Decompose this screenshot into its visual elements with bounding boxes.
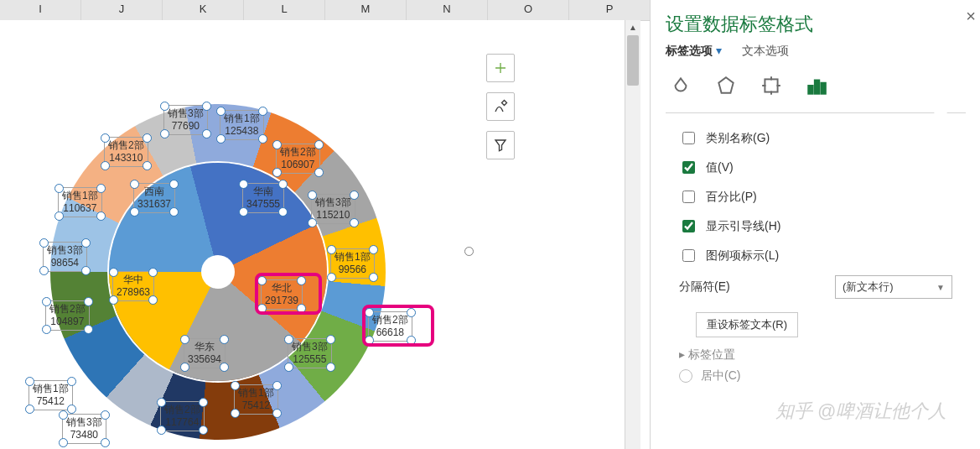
col-I[interactable]: I [0, 0, 81, 20]
label-outer-14[interactable]: 销售3部98654 [44, 243, 86, 271]
size-icon[interactable] [756, 70, 786, 101]
label-outer-8[interactable]: 销售3部125555 [288, 339, 331, 368]
chart-toolbar [486, 54, 516, 170]
close-icon[interactable]: × [966, 7, 976, 26]
col-O[interactable]: O [488, 0, 569, 20]
pos-center[interactable]: 居中(C) [679, 363, 952, 389]
scroll-thumb[interactable] [627, 35, 639, 86]
checkbox-category[interactable] [682, 132, 695, 144]
separator-row: 分隔符(E) (新文本行)▼ [679, 270, 952, 304]
panel-title: 设置数据标签格式 [651, 0, 980, 44]
svg-rect-2 [808, 86, 812, 94]
panel-tabs: 标签选项▾ 文本选项 [651, 44, 980, 65]
label-outer-5[interactable]: 销售3部115210 [312, 195, 355, 223]
separator-dropdown[interactable]: (新文本行)▼ [835, 275, 952, 299]
label-outer-12[interactable]: 销售1部75412 [29, 381, 72, 410]
chevron-down-icon: ▼ [936, 283, 945, 292]
label-hua-dong[interactable]: 华东335694 [184, 339, 225, 368]
opt-category[interactable]: 类别名称(G) [679, 123, 952, 153]
label-outer-6[interactable]: 销售1部99566 [331, 249, 374, 278]
col-M[interactable]: M [325, 0, 407, 20]
radio-center[interactable] [679, 369, 692, 383]
label-outer-3[interactable]: 销售1部125438 [220, 111, 263, 139]
label-outer-7[interactable]: 销售2部66618 [369, 312, 412, 341]
svg-rect-3 [815, 81, 819, 94]
label-outer-9[interactable]: 销售1部75412 [235, 385, 277, 414]
checkbox-percent[interactable] [682, 191, 695, 203]
tab-text-options[interactable]: 文本选项 [742, 44, 789, 59]
label-outer-2[interactable]: 销售3部77690 [164, 106, 207, 134]
chart-options-icon[interactable] [801, 70, 832, 101]
format-data-labels-panel: × 设置数据标签格式 标签选项▾ 文本选项 类别名称(G) 值(V) 百分比(P… [650, 0, 980, 449]
label-outer-10[interactable]: 销售2部117764 [161, 402, 204, 431]
label-hua-nan[interactable]: 华南347555 [243, 184, 283, 212]
reset-label-text-button[interactable]: 重设标签文本(R) [696, 312, 798, 337]
tab-label-options[interactable]: 标签选项 [666, 44, 713, 57]
label-outer-1[interactable]: 销售2部143310 [105, 138, 148, 166]
opt-percent[interactable]: 百分比(P) [679, 182, 952, 211]
scroll-up-icon[interactable]: ▲ [625, 20, 640, 35]
checkbox-leader[interactable] [682, 220, 695, 232]
col-N[interactable]: N [407, 0, 488, 20]
col-K[interactable]: K [163, 0, 244, 20]
label-position-header: ▸ 标签位置 [679, 337, 952, 363]
svg-rect-1 [765, 79, 777, 91]
checkbox-value[interactable] [682, 161, 695, 174]
label-hua-bei[interactable]: 华北291739 [262, 280, 302, 309]
label-outer-13[interactable]: 销售2部104897 [46, 301, 89, 330]
chart-handle-right[interactable] [464, 247, 474, 256]
pie-hub [201, 255, 235, 289]
label-outer-4[interactable]: 销售2部106907 [277, 144, 319, 173]
opt-leader[interactable]: 显示引导线(H) [679, 211, 952, 241]
label-options-group: 类别名称(G) 值(V) 百分比(P) 显示引导线(H) 图例项标示(L) 分隔… [651, 113, 980, 399]
worksheet-area[interactable]: 西南331637 华南347555 华北291739 华东335694 华中27… [0, 20, 625, 449]
chart-filter-button[interactable] [486, 131, 515, 159]
chart-add-element-button[interactable] [486, 54, 515, 82]
chart-object[interactable]: 西南331637 华南347555 华北291739 华东335694 华中27… [0, 54, 469, 440]
col-J[interactable]: J [81, 0, 163, 20]
chart-style-button[interactable] [486, 92, 515, 121]
effects-icon[interactable] [711, 70, 741, 101]
label-outer-0[interactable]: 销售1部110637 [59, 188, 101, 217]
opt-legend[interactable]: 图例项标示(L) [679, 241, 952, 270]
col-L[interactable]: L [244, 0, 325, 20]
separator-label: 分隔符(E) [679, 279, 730, 295]
panel-icon-row [651, 65, 980, 101]
checkbox-legend[interactable] [682, 249, 695, 262]
label-hua-zhong[interactable]: 华中278963 [113, 272, 153, 300]
column-headers: I J K L M N O P [0, 0, 650, 21]
chevron-down-icon[interactable]: ▾ [716, 44, 722, 57]
svg-marker-0 [718, 77, 733, 92]
fill-icon[interactable] [666, 70, 696, 101]
label-outer-11[interactable]: 销售3部73480 [63, 415, 106, 443]
label-xi-nan[interactable]: 西南331637 [134, 184, 174, 212]
svg-rect-4 [821, 83, 825, 94]
vertical-scrollbar[interactable]: ▲ [625, 20, 640, 449]
opt-value[interactable]: 值(V) [679, 153, 952, 182]
col-P[interactable]: P [569, 0, 650, 20]
